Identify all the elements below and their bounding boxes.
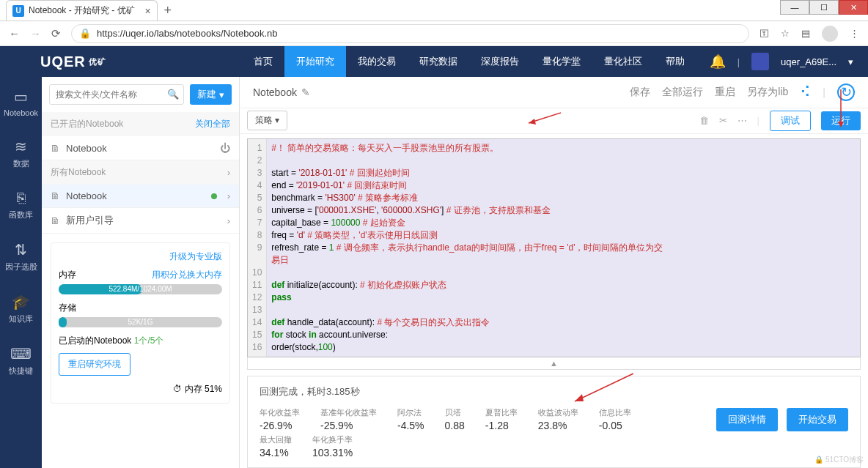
chevron-right-icon[interactable]: › [227,168,230,178]
start-trade-button[interactable]: 开始交易 [787,408,848,431]
metric: 信息比率-0.05 [599,407,631,431]
chevron-right-icon: › [227,215,230,226]
new-button[interactable]: 新建▾ [190,84,232,105]
restart-env-button[interactable]: 重启研究环境 [59,353,130,376]
tab-title: Notebook - 开始研究 - 优矿 [29,4,135,17]
notebook-name: Notebook [253,86,297,98]
history-icon[interactable]: ↻ [837,83,855,101]
detail-button[interactable]: 回测详情 [716,408,778,431]
collapse-bar[interactable]: ▲ [247,357,861,370]
action-重启[interactable]: 重启 [715,86,735,99]
strategy-dropdown[interactable]: 策略 ▾ [247,111,287,130]
metric: 基准年化收益率-25.9% [320,407,377,431]
metric: 年化换手率103.31% [312,434,353,458]
storage-bar: 52K/1G [59,317,222,327]
metric: 夏普比率-1.28 [485,407,518,431]
forward-icon[interactable]: → [30,27,41,40]
address-bar[interactable]: 🔒 https://uqer.io/labs/notebooks/Noteboo… [71,24,749,43]
reload-icon[interactable]: ⟳ [51,27,61,40]
url-text: https://uqer.io/labs/notebooks/Notebook.… [97,28,277,39]
metric: 阿尔法-4.5% [397,407,424,431]
running-dot-icon [211,193,217,199]
bell-icon[interactable]: 🔔 [710,53,726,70]
notebook-item[interactable]: 🗎 新用户引导 › [42,208,239,234]
more-icon[interactable]: ⋯ [738,115,747,126]
lock-icon: 🔒 [79,28,91,39]
debug-button[interactable]: 调试 [770,111,811,131]
sidebar: 🔍 新建▾ 已开启的Notebook 关闭全部 🗎 Notebook ⏻ 所有N… [42,77,240,468]
user-chevron-icon[interactable]: ▾ [848,56,853,67]
content-area: Notebook ✎ 保存全部运行重启另存为lib ⠪ | ↻ 策略 ▾ 🗑 ✂… [240,77,868,468]
nav-首页[interactable]: 首页 [242,46,284,77]
window-close[interactable]: ✕ [839,0,868,15]
nav-量化社区[interactable]: 量化社区 [592,46,654,77]
tab-favicon: U [12,5,24,17]
run-button[interactable]: 运行 [821,111,861,130]
close-all-link[interactable]: 关闭全部 [195,118,230,130]
search-icon[interactable]: 🔍 [167,89,179,100]
back-icon[interactable]: ← [9,27,20,40]
code-cell[interactable]: 123456789 10111213141516 #！ 简单的交易策略：每天买入… [247,138,861,357]
share-ext-icon[interactable]: ▤ [801,28,810,39]
menu-icon[interactable]: ⋮ [850,28,859,39]
metric: 年化收益率-26.9% [260,407,300,431]
username[interactable]: uqer_A69E... [781,56,836,67]
window-minimize[interactable]: — [780,0,809,15]
doc-icon: 🗎 [51,190,60,201]
logo[interactable]: UQER 优矿 [0,53,117,70]
rail-快捷键[interactable]: ⌨快捷键 [9,345,33,376]
metric: 收益波动率23.8% [538,407,578,431]
close-icon[interactable]: × [145,5,151,17]
nav-帮助[interactable]: 帮助 [654,46,696,77]
notebook-item[interactable]: 🗎 Notebook › [42,185,239,208]
svg-line-0 [529,113,561,123]
doc-icon: 🗎 [51,215,60,226]
action-保存[interactable]: 保存 [630,86,650,99]
watermark: 🔒 51CTO博客 [814,455,864,465]
nav-开始研究[interactable]: 开始研究 [284,46,346,77]
star-icon[interactable]: ☆ [781,28,790,39]
metric: 最大回撤34.1% [260,434,292,458]
rail-Notebook[interactable]: ▭Notebook [4,88,38,117]
trash-icon[interactable]: 🗑 [699,115,709,126]
browser-tab[interactable]: U Notebook - 开始研究 - 优矿 × [6,0,158,21]
left-rail: ▭Notebook≋数据⎘函数库⇅因子选股🎓知识库⌨快捷键 [0,77,42,468]
all-head: 所有Notebook [51,166,106,179]
rail-函数库[interactable]: ⎘函数库 [9,190,33,220]
opened-notebook-item[interactable]: 🗎 Notebook ⏻ [42,136,239,160]
cut-icon[interactable]: ✂ [719,115,727,126]
rail-因子选股[interactable]: ⇅因子选股 [5,241,37,272]
mem-exchange-link[interactable]: 用积分兑换大内存 [152,269,222,281]
result-title: 回测完成，耗时3.185秒 [260,385,848,398]
action-全部运行[interactable]: 全部运行 [662,86,703,99]
memory-bar: 522.84M/1024.00M [59,284,222,294]
window-maximize[interactable]: ☐ [809,0,839,15]
share-icon[interactable]: ⠪ [800,83,811,101]
top-nav: UQER 优矿 首页开始研究我的交易研究数据深度报告量化学堂量化社区帮助 🔔 |… [0,46,868,77]
upgrade-link[interactable]: 升级为专业版 [59,250,222,263]
profile-icon[interactable] [822,26,838,42]
nav-量化学堂[interactable]: 量化学堂 [531,46,592,77]
action-另存为lib[interactable]: 另存为lib [747,86,788,99]
power-icon[interactable]: ⏻ [220,142,230,154]
metric: 贝塔0.88 [445,407,465,431]
doc-icon: 🗎 [51,143,60,154]
edit-icon[interactable]: ✎ [301,86,310,98]
mem-status: ⏱ 内存 51% [59,383,222,395]
svg-marker-1 [529,119,536,125]
key-icon[interactable]: ⚿ [760,28,769,39]
nav-我的交易[interactable]: 我的交易 [346,46,408,77]
search-input[interactable]: 🔍 [49,84,184,105]
started-count: 1个/5个 [134,335,164,346]
opened-head: 已开启的Notebook [51,118,123,130]
new-tab-button[interactable]: + [158,0,178,21]
nav-深度报告[interactable]: 深度报告 [469,46,531,77]
rail-知识库[interactable]: 🎓知识库 [9,293,33,324]
result-panel: 回测完成，耗时3.185秒 年化收益率-26.9%基准年化收益率-25.9%阿尔… [247,376,861,468]
avatar[interactable] [751,53,769,70]
nav-研究数据[interactable]: 研究数据 [408,46,469,77]
rail-数据[interactable]: ≋数据 [13,138,29,169]
